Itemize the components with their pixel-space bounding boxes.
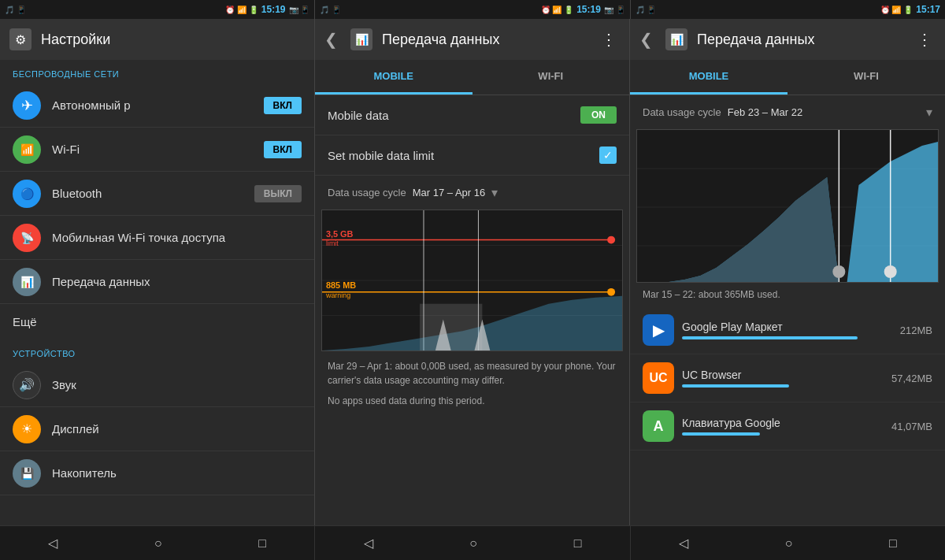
wifi-toggle[interactable]: ВКЛ xyxy=(264,141,302,158)
limit-checkbox[interactable]: ✓ xyxy=(599,146,617,164)
camera-phone-icon-2: 📷 📱 xyxy=(604,6,625,14)
home-btn-3[interactable]: ○ xyxy=(769,530,809,557)
status-icons-left-3: 🎵 📱 xyxy=(636,6,657,14)
data-title-3: Передача данных xyxy=(697,32,904,48)
mobile-data-toggle[interactable]: ON xyxy=(580,106,617,124)
uc-size: 57,42MB xyxy=(885,373,932,384)
mobile-data-label: Mobile data xyxy=(328,109,580,122)
status-icons-right-1: ⏰ 📶 🔋 xyxy=(225,6,258,14)
more-icon-2[interactable]: ⋮ xyxy=(598,27,620,52)
settings-item-storage[interactable]: 💾 Накопитель xyxy=(0,451,314,495)
recent-btn-3[interactable]: □ xyxy=(873,530,913,557)
data-icon: 📊 xyxy=(13,268,41,296)
airplane-toggle[interactable]: ВКЛ xyxy=(264,97,302,114)
gboard-name: Клавиатура Google xyxy=(682,417,877,429)
nav-bar-3: ◁ ○ □ xyxy=(631,525,945,560)
svg-point-6 xyxy=(607,288,615,296)
bluetooth-icon: 🔵 xyxy=(13,180,41,208)
settings-item-hotspot[interactable]: 📡 Мобильная Wi-Fi точка доступа xyxy=(0,216,314,260)
status-icons-left-1: 🎵📱 xyxy=(5,6,26,14)
home-btn-2[interactable]: ○ xyxy=(454,530,493,557)
data-app-bar-2: ❮ 📊 Передача данных ⋮ xyxy=(315,19,629,60)
usage-period: Mar 15 – 22: about 365MB used. xyxy=(630,283,945,306)
usage-note-2: Mar 29 – Apr 1: about 0,00B used, as mea… xyxy=(328,359,617,388)
svg-rect-14 xyxy=(420,304,482,350)
data-app-bar-icon-2: 📊 xyxy=(350,28,372,50)
app-item-gboard[interactable]: A Клавиатура Google 41,07MB xyxy=(630,402,945,451)
app-item-uc[interactable]: UC UC Browser 57,42MB xyxy=(630,354,945,402)
data-transfer-panel-3: ❮ 📊 Передача данных ⋮ MOBILE WI-FI Data … xyxy=(630,19,945,525)
cycle-row-2[interactable]: Data usage cycle Mar 17 – Apr 16 ▾ xyxy=(315,176,629,210)
wifi-icon: 📶 xyxy=(13,135,41,164)
no-apps-note: No apps used data during this period. xyxy=(328,394,617,408)
cycle-label-2: Data usage cycle xyxy=(328,187,406,198)
settings-title: Настройки xyxy=(41,32,305,48)
settings-panel: ⚙ Настройки БЕСПРОВОДНЫЕ СЕТИ ✈ Автономн… xyxy=(0,19,315,525)
settings-item-wifi[interactable]: 📶 Wi-Fi ВКЛ xyxy=(0,128,314,172)
settings-item-display[interactable]: ☀ Дисплей xyxy=(0,407,314,451)
nav-bar-1: ◁ ○ □ xyxy=(0,525,315,560)
back-icon-2[interactable]: ❮ xyxy=(324,30,338,49)
data-app-bar-icon-3: 📊 xyxy=(665,28,687,50)
tab-wifi-2[interactable]: WI-FI xyxy=(472,60,630,95)
data-app-bar-3: ❮ 📊 Передача данных ⋮ xyxy=(630,19,945,60)
settings-app-bar: ⚙ Настройки xyxy=(0,19,314,60)
usage-cycle-header[interactable]: Data usage cycle Feb 23 – Mar 22 ▾ xyxy=(630,95,945,129)
tab-mobile-3[interactable]: MOBILE xyxy=(630,60,788,95)
back-icon-3[interactable]: ❮ xyxy=(639,30,653,49)
main-content: ⚙ Настройки БЕСПРОВОДНЫЕ СЕТИ ✈ Автономн… xyxy=(0,19,945,525)
gboard-size: 41,07MB xyxy=(885,421,932,432)
uc-name: UC Browser xyxy=(682,369,877,381)
more-item[interactable]: Ещё xyxy=(0,304,314,339)
bluetooth-toggle[interactable]: ВЫКЛ xyxy=(254,185,302,202)
usage-cycle-value: Feb 23 – Mar 22 xyxy=(728,106,802,118)
app-usage-list: ▶ Google Play Маркет 212MB UC UC Browser… xyxy=(630,306,945,451)
sound-label: Звук xyxy=(52,378,302,391)
status-icons-left-2: 🎵 📱 xyxy=(320,6,341,14)
uc-icon: UC xyxy=(643,362,674,394)
hotspot-icon: 📡 xyxy=(13,224,41,252)
status-bars-row: 🎵📱 ⏰ 📶 🔋 15:19 📷 📱 🎵 📱 ⏰ 📶 🔋 15:19 📷 📱 🎵… xyxy=(0,0,945,19)
settings-item-data[interactable]: 📊 Передача данных xyxy=(0,260,314,304)
device-section-header: УСТРОЙСТВО xyxy=(0,339,314,363)
status-bar-1: 🎵📱 ⏰ 📶 🔋 15:19 📷 📱 xyxy=(0,0,314,19)
play-name: Google Play Маркет xyxy=(682,321,877,333)
data-tabs-3: MOBILE WI-FI xyxy=(630,60,945,95)
svg-text:3,5 GB: 3,5 GB xyxy=(326,229,354,239)
wifi-label: Wi-Fi xyxy=(52,143,264,156)
status-icons-right-2: ⏰ 📶 🔋 xyxy=(541,6,574,14)
navigation-bars: ◁ ○ □ ◁ ○ □ ◁ ○ □ xyxy=(0,525,945,560)
tab-mobile-2[interactable]: MOBILE xyxy=(315,60,472,95)
recent-btn-1[interactable]: □ xyxy=(243,530,282,557)
data-chart-2: 3,5 GB limit 885 MB warning xyxy=(321,210,623,351)
settings-item-sound[interactable]: 🔊 Звук xyxy=(0,363,314,407)
back-btn-1[interactable]: ◁ xyxy=(32,529,73,557)
set-limit-label: Set mobile data limit xyxy=(328,149,599,162)
play-usage-bar xyxy=(682,336,858,339)
svg-text:warning: warning xyxy=(325,291,350,299)
data-tabs-2: MOBILE WI-FI xyxy=(315,60,629,95)
back-btn-2[interactable]: ◁ xyxy=(348,529,389,557)
camera-phone-icon-1: 📷 📱 xyxy=(289,6,310,14)
more-icon-3[interactable]: ⋮ xyxy=(914,27,936,52)
hotspot-label: Мобильная Wi-Fi точка доступа xyxy=(52,231,302,244)
status-bar-3: 🎵 📱 ⏰ 📶 🔋 15:17 xyxy=(630,0,945,19)
settings-item-bluetooth[interactable]: 🔵 Bluetooth ВЫКЛ xyxy=(0,172,314,216)
gboard-usage-bar xyxy=(682,432,760,436)
wireless-section-header: БЕСПРОВОДНЫЕ СЕТИ xyxy=(0,60,314,83)
display-icon: ☀ xyxy=(13,415,41,443)
home-btn-1[interactable]: ○ xyxy=(139,530,178,557)
svg-text:limit: limit xyxy=(326,240,339,248)
settings-item-airplane[interactable]: ✈ Автономный р ВКЛ xyxy=(0,83,314,128)
app-item-play[interactable]: ▶ Google Play Маркет 212MB xyxy=(630,306,945,354)
uc-info: UC Browser xyxy=(682,369,877,388)
back-btn-3[interactable]: ◁ xyxy=(663,529,704,557)
chart-footer-2: Mar 29 – Apr 1: about 0,00B used, as mea… xyxy=(315,351,629,416)
status-icons-right-3: ⏰ 📶 🔋 xyxy=(880,6,914,14)
recent-btn-2[interactable]: □ xyxy=(558,530,598,557)
status-time-2: 15:19 xyxy=(576,4,601,15)
status-time-1: 15:19 xyxy=(261,4,286,15)
data-label: Передача данных xyxy=(52,275,302,288)
tab-wifi-3[interactable]: WI-FI xyxy=(788,60,945,95)
bluetooth-label: Bluetooth xyxy=(52,187,254,200)
